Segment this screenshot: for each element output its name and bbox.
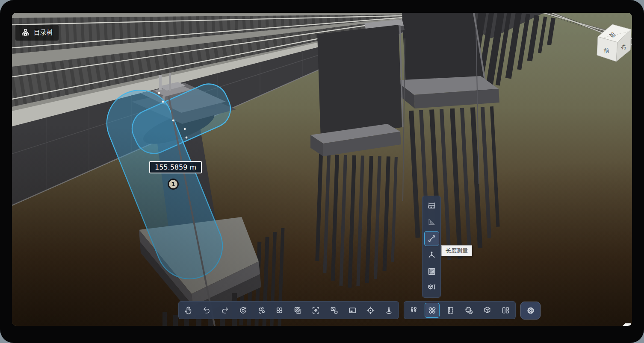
gear-icon: [526, 305, 536, 316]
section-layer-button[interactable]: [290, 303, 305, 318]
reset-view-icon: [238, 305, 248, 315]
volume-cube-button[interactable]: [424, 280, 439, 295]
clover-icon: [275, 305, 284, 315]
clip-plane-button[interactable]: [443, 303, 458, 318]
measure-toolbar: [422, 196, 441, 298]
measure-cross-button[interactable]: [425, 303, 440, 318]
ruler-icon: [427, 201, 437, 211]
length-measure-tooltip: 长度测量: [441, 245, 472, 256]
roam-person-button[interactable]: [381, 303, 396, 318]
measure-cross-icon: [427, 305, 437, 315]
undo-button[interactable]: [199, 303, 214, 318]
redo-button[interactable]: [217, 303, 232, 318]
bottom-toolbar-main: [178, 301, 399, 319]
footprints-button[interactable]: [406, 303, 421, 318]
settings-button[interactable]: [520, 302, 541, 320]
axes-icon: [427, 250, 437, 260]
swap-window-icon: [329, 305, 339, 315]
orbit-model-button[interactable]: [254, 303, 269, 318]
footprints-icon: [409, 305, 419, 315]
axes-button[interactable]: [424, 247, 439, 262]
screen: 顶 前 右 目录树 155.5859 m 1 长度测量: [0, 0, 644, 343]
globe-clock-icon: [464, 305, 474, 315]
area-hatch-button[interactable]: [424, 264, 439, 279]
orbit-model-icon: [257, 305, 266, 315]
set-square-button[interactable]: [424, 214, 439, 229]
pan-hand-icon: [183, 305, 193, 315]
layout-blocks-button[interactable]: [498, 303, 513, 318]
scene-3d[interactable]: 顶 前 右: [12, 13, 632, 326]
focus-center-button[interactable]: [308, 303, 323, 318]
length-line-button[interactable]: [424, 231, 439, 246]
dice-button[interactable]: [480, 303, 495, 318]
viewport-3d[interactable]: 顶 前 右 目录树 155.5859 m 1 长度测量: [12, 13, 632, 326]
area-hatch-icon: [427, 267, 437, 276]
clover-button[interactable]: [272, 303, 287, 318]
layout-blocks-icon: [501, 305, 511, 315]
ruler-button[interactable]: [424, 198, 439, 213]
swap-window-button[interactable]: [327, 303, 342, 318]
catalog-tree-button[interactable]: 目录树: [15, 25, 59, 41]
section-layer-icon: [293, 305, 303, 315]
panel-window-icon: [348, 305, 357, 315]
roam-person-icon: [384, 305, 394, 315]
undo-icon: [202, 305, 212, 315]
redo-icon: [220, 305, 230, 315]
reset-view-button[interactable]: [236, 303, 251, 318]
pan-hand-button[interactable]: [181, 303, 196, 318]
tree-icon: [21, 28, 30, 37]
length-line-icon: [427, 234, 437, 243]
set-square-icon: [427, 217, 437, 227]
focus-center-icon: [311, 305, 321, 315]
viewcube-front-label: 前: [603, 47, 609, 54]
measurement-point-marker: 1: [168, 179, 179, 190]
clip-plane-icon: [446, 305, 455, 315]
vignette-right: [12, 13, 632, 326]
locate-icon: [366, 305, 375, 315]
panel-window-button[interactable]: [345, 303, 360, 318]
globe-clock-button[interactable]: [461, 303, 476, 318]
bottom-toolbar-tools: [404, 301, 516, 319]
catalog-tree-label: 目录树: [34, 29, 53, 37]
locate-button[interactable]: [363, 303, 378, 318]
dice-icon: [482, 305, 492, 315]
volume-cube-icon: [427, 283, 437, 293]
viewcube-right-label: 右: [620, 43, 627, 50]
measurement-value-label: 155.5859 m: [149, 161, 202, 173]
